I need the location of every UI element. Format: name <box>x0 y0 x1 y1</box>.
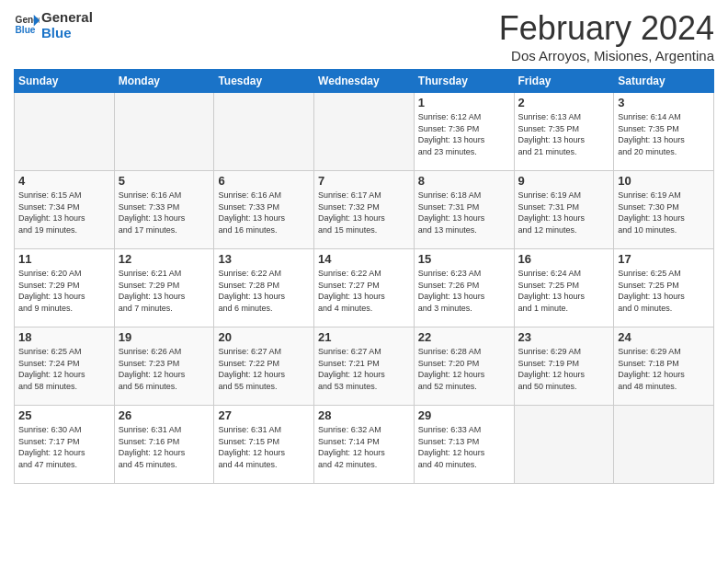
calendar-week-4: 25Sunrise: 6:30 AM Sunset: 7:17 PM Dayli… <box>15 406 714 484</box>
calendar-cell: 5Sunrise: 6:16 AM Sunset: 7:33 PM Daylig… <box>114 171 214 249</box>
calendar-cell: 3Sunrise: 6:14 AM Sunset: 7:35 PM Daylig… <box>614 93 714 171</box>
cell-info-text: Sunrise: 6:28 AM Sunset: 7:20 PM Dayligh… <box>418 346 510 392</box>
cell-info-text: Sunrise: 6:29 AM Sunset: 7:19 PM Dayligh… <box>518 346 610 392</box>
day-header-wednesday: Wednesday <box>314 70 415 93</box>
title-area: February 2024 Dos Arroyos, Misiones, Arg… <box>499 9 714 63</box>
calendar-cell: 19Sunrise: 6:26 AM Sunset: 7:23 PM Dayli… <box>114 327 214 406</box>
calendar-cell <box>514 406 614 484</box>
cell-day-number: 15 <box>418 252 510 266</box>
cell-day-number: 9 <box>518 174 610 188</box>
calendar-cell: 12Sunrise: 6:21 AM Sunset: 7:29 PM Dayli… <box>114 249 214 327</box>
cell-day-number: 1 <box>418 96 510 109</box>
cell-day-number: 23 <box>518 330 610 344</box>
day-header-saturday: Saturday <box>614 70 714 93</box>
cell-info-text: Sunrise: 6:25 AM Sunset: 7:24 PM Dayligh… <box>18 346 110 392</box>
cell-info-text: Sunrise: 6:31 AM Sunset: 7:15 PM Dayligh… <box>218 424 310 470</box>
calendar-cell: 6Sunrise: 6:16 AM Sunset: 7:33 PM Daylig… <box>214 171 314 249</box>
calendar-cell: 22Sunrise: 6:28 AM Sunset: 7:20 PM Dayli… <box>414 327 514 406</box>
cell-day-number: 12 <box>119 252 210 266</box>
header: General Blue General Blue February 2024 … <box>14 9 714 63</box>
calendar-cell: 9Sunrise: 6:19 AM Sunset: 7:31 PM Daylig… <box>514 171 614 249</box>
cell-day-number: 16 <box>518 252 610 266</box>
cell-day-number: 20 <box>218 330 310 344</box>
calendar-cell: 13Sunrise: 6:22 AM Sunset: 7:28 PM Dayli… <box>214 249 314 327</box>
calendar-cell: 23Sunrise: 6:29 AM Sunset: 7:19 PM Dayli… <box>514 327 614 406</box>
cell-day-number: 7 <box>318 174 410 188</box>
cell-info-text: Sunrise: 6:16 AM Sunset: 7:33 PM Dayligh… <box>218 190 310 236</box>
cell-info-text: Sunrise: 6:19 AM Sunset: 7:30 PM Dayligh… <box>618 190 710 236</box>
cell-info-text: Sunrise: 6:33 AM Sunset: 7:13 PM Dayligh… <box>418 424 510 470</box>
day-header-tuesday: Tuesday <box>214 70 314 93</box>
cell-info-text: Sunrise: 6:32 AM Sunset: 7:14 PM Dayligh… <box>318 424 410 470</box>
cell-day-number: 28 <box>318 408 410 422</box>
calendar-cell: 10Sunrise: 6:19 AM Sunset: 7:30 PM Dayli… <box>614 171 714 249</box>
cell-day-number: 8 <box>418 174 510 188</box>
month-title: February 2024 <box>499 9 714 48</box>
day-header-friday: Friday <box>514 70 614 93</box>
logo: General Blue General Blue <box>14 9 93 40</box>
cell-day-number: 27 <box>218 408 310 422</box>
cell-day-number: 17 <box>618 252 710 266</box>
calendar-header: SundayMondayTuesdayWednesdayThursdayFrid… <box>15 70 714 93</box>
calendar-cell: 11Sunrise: 6:20 AM Sunset: 7:29 PM Dayli… <box>15 249 115 327</box>
calendar-cell: 2Sunrise: 6:13 AM Sunset: 7:35 PM Daylig… <box>514 93 614 171</box>
cell-info-text: Sunrise: 6:13 AM Sunset: 7:35 PM Dayligh… <box>518 111 610 157</box>
cell-day-number: 21 <box>318 330 410 344</box>
calendar-cell: 29Sunrise: 6:33 AM Sunset: 7:13 PM Dayli… <box>414 406 514 484</box>
cell-day-number: 22 <box>418 330 510 344</box>
cell-day-number: 18 <box>18 330 110 344</box>
calendar-table: SundayMondayTuesdayWednesdayThursdayFrid… <box>14 69 714 484</box>
cell-day-number: 10 <box>618 174 710 188</box>
cell-info-text: Sunrise: 6:24 AM Sunset: 7:25 PM Dayligh… <box>518 268 610 314</box>
logo-icon: General Blue <box>14 12 40 38</box>
logo-general: General <box>41 9 93 25</box>
cell-day-number: 3 <box>618 96 710 109</box>
calendar-cell: 21Sunrise: 6:27 AM Sunset: 7:21 PM Dayli… <box>314 327 415 406</box>
cell-day-number: 11 <box>18 252 110 266</box>
calendar-cell: 14Sunrise: 6:22 AM Sunset: 7:27 PM Dayli… <box>314 249 415 327</box>
cell-day-number: 5 <box>119 174 210 188</box>
calendar-cell: 28Sunrise: 6:32 AM Sunset: 7:14 PM Dayli… <box>314 406 415 484</box>
calendar-body: 1Sunrise: 6:12 AM Sunset: 7:36 PM Daylig… <box>15 93 714 484</box>
cell-info-text: Sunrise: 6:26 AM Sunset: 7:23 PM Dayligh… <box>119 346 210 392</box>
calendar-cell <box>314 93 415 171</box>
calendar-cell: 15Sunrise: 6:23 AM Sunset: 7:26 PM Dayli… <box>414 249 514 327</box>
calendar-cell <box>614 406 714 484</box>
calendar-cell: 17Sunrise: 6:25 AM Sunset: 7:25 PM Dayli… <box>614 249 714 327</box>
calendar-cell <box>114 93 214 171</box>
cell-info-text: Sunrise: 6:31 AM Sunset: 7:16 PM Dayligh… <box>119 424 210 470</box>
cell-info-text: Sunrise: 6:27 AM Sunset: 7:21 PM Dayligh… <box>318 346 410 392</box>
cell-info-text: Sunrise: 6:21 AM Sunset: 7:29 PM Dayligh… <box>119 268 210 314</box>
calendar-cell: 8Sunrise: 6:18 AM Sunset: 7:31 PM Daylig… <box>414 171 514 249</box>
calendar-cell <box>15 93 115 171</box>
cell-info-text: Sunrise: 6:17 AM Sunset: 7:32 PM Dayligh… <box>318 190 410 236</box>
calendar-cell <box>214 93 314 171</box>
cell-day-number: 4 <box>18 174 110 188</box>
cell-info-text: Sunrise: 6:29 AM Sunset: 7:18 PM Dayligh… <box>618 346 710 392</box>
calendar-cell: 27Sunrise: 6:31 AM Sunset: 7:15 PM Dayli… <box>214 406 314 484</box>
calendar-cell: 26Sunrise: 6:31 AM Sunset: 7:16 PM Dayli… <box>114 406 214 484</box>
cell-info-text: Sunrise: 6:19 AM Sunset: 7:31 PM Dayligh… <box>518 190 610 236</box>
day-header-thursday: Thursday <box>414 70 514 93</box>
calendar-week-2: 11Sunrise: 6:20 AM Sunset: 7:29 PM Dayli… <box>15 249 714 327</box>
cell-info-text: Sunrise: 6:20 AM Sunset: 7:29 PM Dayligh… <box>18 268 110 314</box>
day-header-monday: Monday <box>114 70 214 93</box>
cell-day-number: 6 <box>218 174 310 188</box>
cell-info-text: Sunrise: 6:15 AM Sunset: 7:34 PM Dayligh… <box>18 190 110 236</box>
cell-day-number: 26 <box>119 408 210 422</box>
cell-info-text: Sunrise: 6:30 AM Sunset: 7:17 PM Dayligh… <box>18 424 110 470</box>
cell-day-number: 24 <box>618 330 710 344</box>
calendar-cell: 7Sunrise: 6:17 AM Sunset: 7:32 PM Daylig… <box>314 171 415 249</box>
cell-day-number: 19 <box>119 330 210 344</box>
logo-blue: Blue <box>41 25 93 40</box>
cell-info-text: Sunrise: 6:27 AM Sunset: 7:22 PM Dayligh… <box>218 346 310 392</box>
cell-day-number: 29 <box>418 408 510 422</box>
cell-info-text: Sunrise: 6:12 AM Sunset: 7:36 PM Dayligh… <box>418 111 510 157</box>
cell-info-text: Sunrise: 6:25 AM Sunset: 7:25 PM Dayligh… <box>618 268 710 314</box>
subtitle: Dos Arroyos, Misiones, Argentina <box>499 48 714 63</box>
cell-day-number: 14 <box>318 252 410 266</box>
cell-day-number: 25 <box>18 408 110 422</box>
calendar-week-1: 4Sunrise: 6:15 AM Sunset: 7:34 PM Daylig… <box>15 171 714 249</box>
cell-info-text: Sunrise: 6:23 AM Sunset: 7:26 PM Dayligh… <box>418 268 510 314</box>
calendar-cell: 20Sunrise: 6:27 AM Sunset: 7:22 PM Dayli… <box>214 327 314 406</box>
